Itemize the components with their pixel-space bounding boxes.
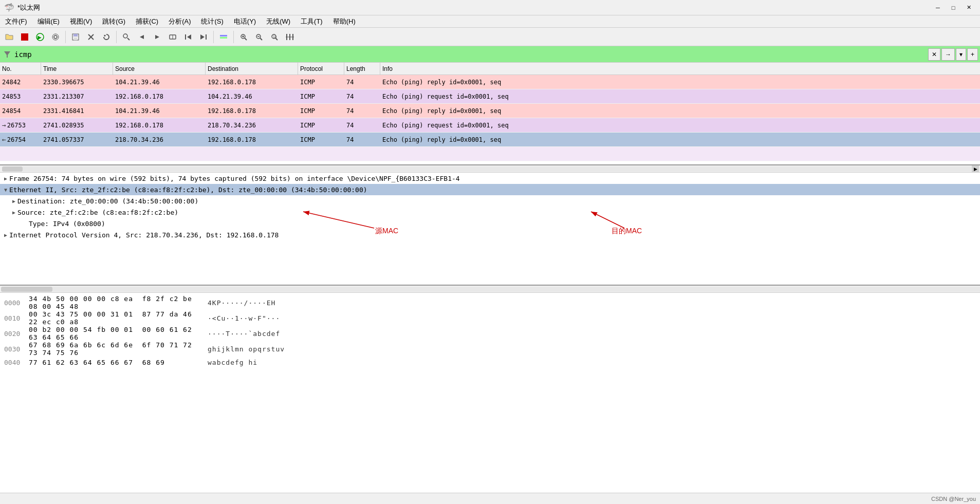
menu-edit[interactable]: 编辑(E) [32, 15, 65, 27]
hex-ascii: ghijklmn opqrstuv [208, 345, 285, 353]
menu-file[interactable]: 文件(F) [0, 15, 32, 27]
hex-row-0000: 0000 34 4b 50 00 00 00 c8 ea f8 2f c2 be… [4, 295, 976, 310]
find-button[interactable] [119, 30, 134, 44]
filter-add-button[interactable]: + [967, 48, 978, 61]
table-row[interactable]: 24842 2330.396675 104.21.39.46 192.168.0… [0, 75, 980, 89]
svg-text:▶: ▶ [38, 34, 42, 40]
menu-goto[interactable]: 跳转(G) [97, 15, 131, 27]
cell-info: Echo (ping) reply id=0x0001, seq [380, 107, 980, 115]
close-capture-button[interactable] [84, 30, 98, 44]
svg-marker-14 [140, 35, 144, 39]
detail-scrollbar[interactable] [0, 286, 980, 293]
table-row[interactable]: ← 26754 2741.057337 218.70.34.236 192.16… [0, 133, 980, 147]
hex-row-0020: 0020 00 b2 00 00 54 fb 00 01 00 60 61 62… [4, 326, 976, 341]
menu-telephony[interactable]: 电话(Y) [229, 15, 261, 27]
cell-len: 74 [344, 93, 380, 100]
svg-rect-7 [73, 34, 78, 36]
detail-text-ethernet: Ethernet II, Src: zte_2f:c2:be (c8:ea:f8… [9, 186, 367, 194]
maximize-button[interactable]: □ [946, 2, 960, 13]
menu-analyze[interactable]: 分析(A) [163, 15, 196, 27]
cell-proto: ICMP [298, 93, 344, 100]
cell-proto: ICMP [298, 107, 344, 115]
packet-list-header: No. Time Source Destination Protocol Len… [0, 63, 980, 75]
menu-capture[interactable]: 捕获(C) [131, 15, 163, 27]
restart-capture-button[interactable]: ▶ [33, 30, 47, 44]
toolbar-separator-3 [213, 31, 214, 43]
arrow-left-icon: ← [2, 136, 6, 143]
menu-statistics[interactable]: 统计(S) [196, 15, 228, 27]
svg-rect-23 [220, 37, 227, 39]
table-row[interactable]: → 26753 2741.028935 192.168.0.178 218.70… [0, 118, 980, 133]
close-button[interactable]: ✕ [961, 2, 976, 13]
expand-icon-ethernet: ▼ [4, 187, 7, 193]
filter-bar: ✕ → ▾ + [0, 46, 980, 63]
go-back-button[interactable] [135, 30, 149, 44]
detail-text-ip: Internet Protocol Version 4, Src: 218.70… [9, 231, 279, 239]
menu-wireless[interactable]: 无线(W) [261, 15, 295, 27]
filter-apply-button[interactable]: → [941, 48, 955, 61]
hex-row-0030: 0030 67 68 69 6a 6b 6c 6d 6e 6f 70 71 72… [4, 341, 976, 357]
table-row[interactable]: 24854 2331.416841 104.21.39.46 192.168.0… [0, 104, 980, 118]
cell-proto: ICMP [298, 79, 344, 86]
open-file-button[interactable] [2, 30, 16, 44]
cell-dst: 104.21.39.46 [206, 93, 298, 100]
detail-row-dst-mac[interactable]: ▶ Destination: zte_00:00:00 (34:4b:50:00… [0, 195, 980, 207]
svg-point-5 [52, 34, 59, 40]
hex-bytes: 00 b2 00 00 54 fb 00 01 00 60 61 62 63 6… [29, 326, 204, 341]
svg-rect-8 [74, 38, 77, 40]
menu-tools[interactable]: 工具(T) [295, 15, 328, 27]
toolbar-separator-4 [233, 31, 234, 43]
detail-panel: ▶ Frame 26754: 74 bytes on wire (592 bit… [0, 173, 980, 286]
cell-len: 74 [344, 136, 380, 143]
cell-dst: 192.168.0.178 [206, 107, 298, 115]
detail-row-frame[interactable]: ▶ Frame 26754: 74 bytes on wire (592 bit… [0, 173, 980, 184]
stop-capture-button[interactable] [17, 30, 32, 44]
go-forward-button[interactable] [150, 30, 164, 44]
cell-dst: 218.70.34.236 [206, 122, 298, 129]
colorize-button[interactable] [216, 30, 231, 44]
save-button[interactable] [68, 30, 83, 44]
expand-icon: ▶ [4, 176, 7, 181]
detail-row-type[interactable]: Type: IPv4 (0x0800) [0, 218, 980, 229]
hex-offset: 0010 [4, 314, 25, 322]
menu-view[interactable]: 视图(V) [65, 15, 97, 27]
title-bar: 🦈 *以太网 ─ □ ✕ [0, 0, 980, 15]
col-protocol: Protocol [298, 63, 344, 74]
cell-no: → 26753 [0, 121, 41, 129]
cell-src: 104.21.39.46 [113, 79, 206, 86]
capture-options-button[interactable] [48, 30, 63, 44]
svg-marker-11 [104, 35, 106, 37]
filter-clear-button[interactable]: ✕ [928, 48, 940, 61]
toolbar-separator-1 [65, 31, 66, 43]
zoom-out-button[interactable] [252, 30, 266, 44]
first-packet-button[interactable] [181, 30, 195, 44]
svg-marker-0 [6, 34, 13, 40]
svg-marker-15 [155, 35, 159, 39]
toolbar: ▶ [0, 28, 980, 46]
table-row[interactable]: 24853 2331.213307 192.168.0.178 104.21.3… [0, 89, 980, 104]
detail-row-ethernet[interactable]: ▼ Ethernet II, Src: zte_2f:c2:be (c8:ea:… [0, 184, 980, 195]
table-row[interactable] [0, 147, 980, 161]
cell-len: 74 [344, 79, 380, 86]
filter-input[interactable] [14, 48, 928, 61]
resize-columns-button[interactable] [283, 30, 297, 44]
svg-line-13 [127, 38, 130, 40]
detail-row-ip[interactable]: ▶ Internet Protocol Version 4, Src: 218.… [0, 229, 980, 240]
cell-time: 2331.213307 [41, 93, 113, 100]
goto-packet-button[interactable] [165, 30, 180, 44]
minimize-button[interactable]: ─ [931, 2, 945, 13]
packet-list-scrollbar[interactable]: ▶ [0, 165, 980, 173]
filter-dropdown-button[interactable]: ▾ [956, 48, 966, 61]
menu-help[interactable]: 帮助(H) [328, 15, 361, 27]
detail-row-src-mac[interactable]: ▶ Source: zte_2f:c2:be (c8:ea:f8:2f:c2:b… [0, 207, 980, 218]
reload-button[interactable] [99, 30, 114, 44]
zoom-in-button[interactable] [236, 30, 251, 44]
reset-zoom-button[interactable]: 1x [267, 30, 282, 44]
svg-line-30 [260, 38, 262, 40]
status-text: CSDN @Ner_you [931, 496, 976, 502]
cell-no: ← 26754 [0, 136, 41, 143]
last-packet-button[interactable] [196, 30, 211, 44]
hex-bytes: 67 68 69 6a 6b 6c 6d 6e 6f 70 71 72 73 7… [29, 341, 204, 357]
svg-marker-19 [187, 34, 191, 40]
hex-offset: 0000 [4, 299, 25, 307]
